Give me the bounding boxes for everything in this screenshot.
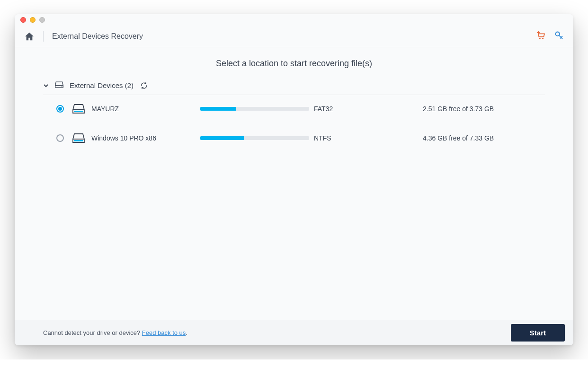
device-free-space: 4.36 GB free of 7.33 GB [423, 134, 545, 142]
home-icon [24, 32, 35, 41]
drive-group-icon [54, 81, 64, 90]
device-filesystem: NTFS [314, 134, 423, 142]
refresh-icon [140, 82, 148, 89]
home-button[interactable] [24, 32, 35, 41]
svg-rect-6 [74, 111, 83, 112]
content-area: Select a location to start recovering fi… [15, 47, 573, 320]
titlebar [15, 14, 573, 26]
window-close-button[interactable] [20, 17, 26, 23]
device-free-space: 2.51 GB free of 3.73 GB [423, 105, 545, 113]
window-minimize-button[interactable] [30, 17, 36, 23]
device-list: MAYURZFAT322.51 GB free of 3.73 GBWindow… [43, 95, 545, 152]
start-button[interactable]: Start [511, 324, 565, 342]
activate-button[interactable] [554, 31, 564, 42]
footer-text-prefix: Cannot detect your drive or device? [43, 329, 142, 336]
window-maximize-button[interactable] [39, 17, 45, 23]
device-filesystem: FAT32 [314, 105, 423, 113]
feedback-link[interactable]: Feed back to us [142, 329, 186, 336]
toolbar: External Devices Recovery [15, 26, 573, 47]
instruction-heading: Select a location to start recovering fi… [43, 59, 545, 69]
key-icon [554, 31, 564, 40]
device-name: MAYURZ [91, 105, 200, 113]
chevron-down-icon [43, 83, 49, 88]
device-name: Windows 10 PRO x86 [91, 134, 200, 142]
page-title: External Devices Recovery [52, 32, 143, 41]
device-radio[interactable] [56, 105, 64, 113]
cart-icon [535, 31, 546, 40]
device-radio[interactable] [56, 134, 64, 142]
svg-point-0 [539, 37, 541, 39]
footer-text: Cannot detect your drive or device? Feed… [43, 329, 187, 336]
group-header-external-devices[interactable]: External Devices (2) [43, 79, 545, 95]
app-window: External Devices Recovery Select a locat… [15, 14, 573, 345]
footer: Cannot detect your drive or device? Feed… [15, 320, 573, 345]
device-usage-bar [200, 136, 314, 140]
device-row[interactable]: Windows 10 PRO x86NTFS4.36 GB free of 7.… [43, 124, 545, 152]
drive-icon [72, 104, 85, 114]
device-row[interactable]: MAYURZFAT322.51 GB free of 3.73 GB [43, 95, 545, 123]
toolbar-actions [535, 31, 564, 42]
cart-button[interactable] [535, 31, 546, 42]
device-usage-bar [200, 107, 314, 111]
svg-point-1 [542, 37, 543, 39]
svg-point-4 [62, 86, 62, 87]
footer-text-suffix: . [186, 329, 187, 336]
refresh-button[interactable] [140, 82, 148, 89]
svg-rect-8 [74, 140, 83, 141]
group-label: External Devices (2) [70, 81, 134, 89]
toolbar-divider [43, 31, 44, 42]
drive-icon [72, 133, 85, 143]
